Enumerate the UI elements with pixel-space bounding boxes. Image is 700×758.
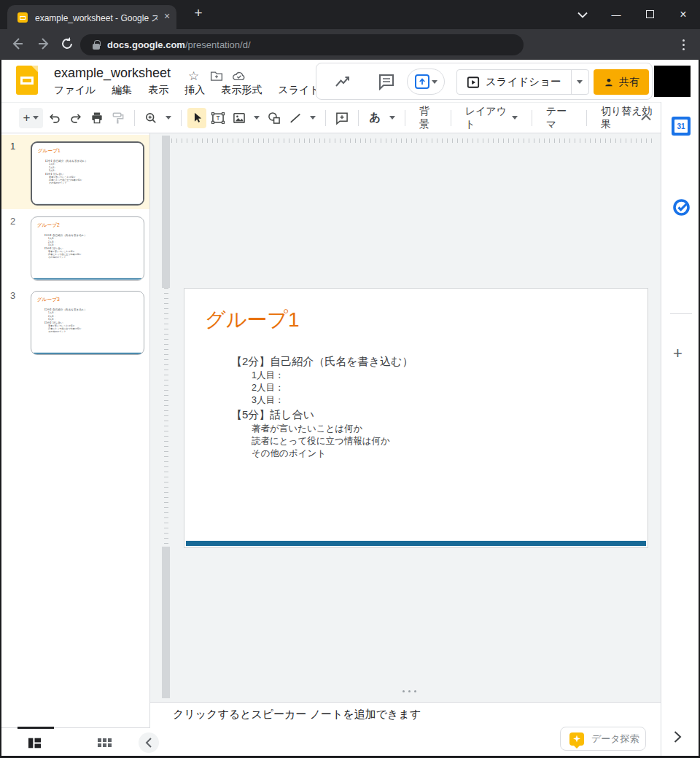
- move-folder-icon[interactable]: [210, 70, 223, 85]
- insert-comment-button[interactable]: [332, 108, 351, 128]
- slide-thumbnail[interactable]: グループ2 【2分】自己紹介（氏名を書き込む）1人目：2人目：3人目：【5分】話…: [31, 216, 144, 281]
- filmstrip-view-button[interactable]: [28, 737, 42, 752]
- undo-button[interactable]: [45, 108, 64, 128]
- maximize-icon: [646, 10, 654, 18]
- slideshow-options-button[interactable]: [571, 70, 588, 94]
- browser-menu-icon[interactable]: [682, 39, 685, 50]
- layout-button[interactable]: レイアウト: [458, 105, 525, 131]
- text-style-button[interactable]: あ: [365, 108, 384, 128]
- window-chevron-icon[interactable]: [566, 9, 599, 20]
- mini-slide: グループ1 【2分】自己紹介（氏名を書き込む）1人目：2人目：3人目：【5分】話…: [33, 144, 144, 206]
- slide-accent-bar: [32, 278, 142, 280]
- menu-item[interactable]: 挿入: [184, 84, 205, 97]
- zoom-options-icon[interactable]: [166, 116, 171, 120]
- grid-view-button[interactable]: [98, 738, 112, 747]
- line-options-icon[interactable]: [310, 116, 316, 120]
- slide-bullet-list[interactable]: 【2分】自己紹介（氏名を書き込む）1人目：2人目：3人目：【5分】話し合い著者が…: [184, 353, 642, 460]
- menu-item[interactable]: 表示形式: [221, 84, 262, 97]
- slide-accent-bar: [33, 204, 143, 206]
- chevron-down-icon: [512, 116, 518, 120]
- zoom-button[interactable]: [141, 108, 160, 128]
- star-document-icon[interactable]: ☆: [188, 69, 199, 84]
- slide-title[interactable]: グループ1: [205, 306, 300, 334]
- slide-thumbnail-row-2[interactable]: 2 グループ2 【2分】自己紹介（氏名を書き込む）1人目：2人目：3人目：【5分…: [0, 210, 149, 284]
- account-avatar[interactable]: [654, 66, 691, 97]
- document-title[interactable]: example_worksheet: [54, 66, 171, 81]
- speaker-notes-panel[interactable]: クリックするとスピーカー ノートを追加できます データ探索: [150, 702, 661, 758]
- bullet-marker: [211, 407, 231, 423]
- comment-history-icon[interactable]: [378, 73, 395, 93]
- theme-button[interactable]: テーマ: [539, 105, 580, 131]
- bullet-marker: [234, 370, 252, 382]
- tasks-icon[interactable]: [672, 198, 691, 220]
- toolbar-divider: [451, 110, 451, 126]
- calendar-icon[interactable]: 31: [672, 117, 691, 136]
- slide-canvas[interactable]: グループ1 【2分】自己紹介（氏名を書き込む）1人目：2人目：3人目：【5分】話…: [150, 133, 661, 702]
- minimize-button[interactable]: —: [599, 9, 633, 20]
- slide-thumbnail[interactable]: グループ3 【2分】自己紹介（氏名を書き込む）1人目：2人目：3人目：【5分】話…: [31, 291, 144, 355]
- paint-format-button[interactable]: [109, 108, 128, 128]
- maximize-button[interactable]: [633, 9, 666, 20]
- share-button[interactable]: 共有: [594, 69, 649, 95]
- address-bar[interactable]: docs.google.com/presentation/d/: [80, 34, 524, 55]
- bullet-text: その他のポイント: [48, 256, 66, 259]
- rail-divider: [670, 313, 692, 314]
- textbox-tool-button[interactable]: T: [209, 108, 228, 128]
- bullet-marker: [39, 233, 44, 237]
- plus-icon: +: [23, 111, 30, 125]
- edit-toolbar: + T: [0, 102, 661, 133]
- slide-thumbnail-row-1[interactable]: 1 グループ1 【2分】自己紹介（氏名を書き込む）1人目：2人目：3人目：【5分…: [0, 135, 149, 209]
- menu-item[interactable]: ファイル: [54, 84, 96, 97]
- present-to-meet-button[interactable]: [407, 69, 445, 95]
- menu-item[interactable]: スライド: [278, 84, 319, 97]
- hide-side-panel-button[interactable]: [673, 730, 682, 746]
- image-tool-button[interactable]: [230, 108, 249, 128]
- browser-tab[interactable]: example_worksheet - Google スラ ×: [7, 5, 176, 29]
- slides-favicon-icon: [18, 12, 28, 23]
- bullet-row: 1人目：: [184, 370, 642, 382]
- collapse-toolbar-button[interactable]: [640, 111, 652, 124]
- menu-item[interactable]: 表示: [148, 84, 168, 97]
- mini-bullet-list: 【2分】自己紹介（氏名を書き込む）1人目：2人目：3人目：【5分】話し合い著者が…: [33, 159, 142, 184]
- redo-button[interactable]: [66, 108, 85, 128]
- slide-thumbnail-row-3[interactable]: 3 グループ3 【2分】自己紹介（氏名を書き込む）1人目：2人目：3人目：【5分…: [0, 284, 149, 359]
- menu-item[interactable]: 編集: [112, 84, 132, 97]
- text-style-options-icon[interactable]: [389, 116, 395, 120]
- mini-slide-title: グループ2: [37, 222, 60, 229]
- current-slide[interactable]: グループ1 【2分】自己紹介（氏名を書き込む）1人目：2人目：3人目：【5分】話…: [184, 288, 648, 548]
- tab-close-icon[interactable]: ×: [160, 10, 174, 22]
- bullet-text: 著者が言いたいことは何か: [252, 423, 362, 435]
- slides-logo-icon[interactable]: [16, 66, 38, 95]
- url-domain: docs.google.com: [107, 39, 185, 50]
- slideshow-button[interactable]: スライドショー: [457, 70, 571, 94]
- back-icon[interactable]: [10, 36, 25, 54]
- notes-resize-handle[interactable]: [402, 690, 416, 692]
- bullet-text: その他のポイント: [49, 181, 66, 184]
- collapse-filmstrip-button[interactable]: [139, 732, 159, 753]
- print-button[interactable]: [88, 108, 106, 128]
- bullet-marker: [234, 423, 252, 435]
- speaker-notes-placeholder[interactable]: クリックするとスピーカー ノートを追加できます: [173, 708, 421, 722]
- docs-header: example_worksheet ☆ ファイル編集表示挿入表示形式スライド配置: [0, 60, 700, 102]
- new-slide-button[interactable]: +: [19, 108, 43, 128]
- background-button[interactable]: 背景: [412, 105, 444, 131]
- cloud-saved-icon[interactable]: [232, 70, 246, 85]
- reload-icon[interactable]: [60, 36, 74, 54]
- add-addon-button[interactable]: +: [673, 344, 682, 363]
- activity-trend-icon[interactable]: [334, 74, 351, 93]
- toolbar-divider: [181, 110, 182, 126]
- select-tool-button[interactable]: [187, 108, 206, 128]
- new-tab-button[interactable]: +: [190, 4, 207, 22]
- slide-thumbnail[interactable]: グループ1 【2分】自己紹介（氏名を書き込む）1人目：2人目：3人目：【5分】話…: [31, 141, 144, 206]
- forward-icon[interactable]: [36, 36, 51, 54]
- explore-button[interactable]: データ探索: [560, 727, 646, 751]
- vertical-ruler: [164, 288, 168, 547]
- close-window-button[interactable]: ×: [666, 8, 700, 21]
- line-tool-button[interactable]: [286, 108, 305, 128]
- side-panel-rail: 31 +: [661, 102, 700, 758]
- slide-accent-bar: [32, 353, 142, 354]
- slide-number: 2: [10, 216, 15, 227]
- image-options-icon[interactable]: [254, 116, 260, 120]
- shape-tool-button[interactable]: [265, 108, 284, 128]
- slide-accent-bar: [186, 541, 646, 546]
